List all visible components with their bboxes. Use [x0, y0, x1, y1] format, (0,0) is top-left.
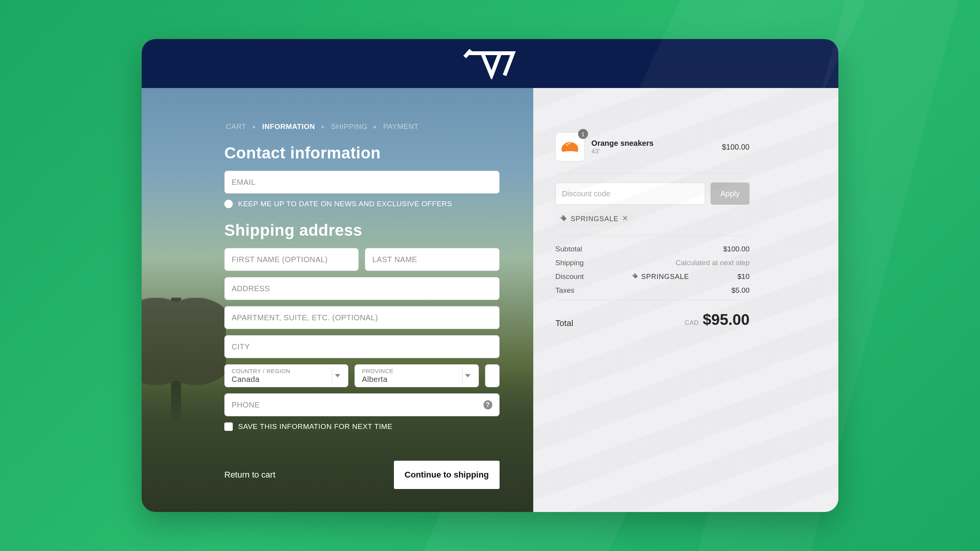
last-name-input[interactable] — [372, 255, 492, 264]
newsletter-checkbox-row[interactable]: KEEP ME UP TO DATE ON NEWS AND EXCLUSIVE… — [224, 200, 500, 208]
taxes-label: Taxes — [555, 286, 575, 295]
province-label: PROVINCE — [362, 368, 393, 374]
contact-section-title: Contact information — [224, 144, 500, 162]
shipping-row: Shipping Calculated at next step — [555, 259, 750, 267]
price-summary: Subtotal $100.00 Shipping Calculated at … — [555, 235, 750, 328]
country-select[interactable]: COUNTRY / REGION Canada — [224, 364, 348, 387]
applied-discount-code: SPRINGSALE — [571, 215, 619, 223]
chevron-down-icon — [332, 367, 343, 384]
shipping-value: Calculated at next step — [676, 259, 750, 267]
chevron-down-icon — [462, 367, 473, 384]
address-input[interactable] — [232, 284, 492, 293]
tag-icon — [632, 272, 638, 281]
order-summary-panel: 1 Orange sneakers 43' $100.00 Apply SPRI… — [533, 88, 838, 512]
checkout-content: CART INFORMATION SHIPPING PAYMENT Contac… — [142, 88, 838, 512]
total-value: $95.00 — [703, 311, 750, 328]
applied-discount-tag: SPRINGSALE — [555, 212, 632, 226]
form-panel: CART INFORMATION SHIPPING PAYMENT Contac… — [142, 88, 533, 512]
product-thumbnail: 1 — [555, 132, 585, 161]
city-field[interactable] — [224, 335, 500, 358]
tag-icon — [560, 215, 567, 223]
shipping-section-title: Shipping address — [224, 221, 500, 240]
last-name-field[interactable] — [365, 248, 499, 271]
subtotal-value: $100.00 — [723, 245, 750, 253]
svg-point-2 — [634, 274, 635, 276]
apartment-field[interactable] — [224, 306, 500, 329]
cart-item: 1 Orange sneakers 43' $100.00 — [555, 132, 750, 173]
brand-logo — [463, 46, 517, 81]
taxes-value: $5.00 — [731, 286, 750, 295]
taxes-row: Taxes $5.00 — [555, 286, 750, 295]
remove-discount-icon[interactable] — [622, 215, 628, 222]
province-value: Alberta — [362, 375, 393, 384]
city-input[interactable] — [232, 342, 492, 351]
continue-button[interactable]: Continue to shipping — [394, 461, 500, 489]
phone-input[interactable] — [232, 401, 483, 409]
quantity-badge: 1 — [578, 129, 588, 139]
svg-point-1 — [562, 217, 563, 218]
shipping-label: Shipping — [555, 259, 584, 267]
subtotal-row: Subtotal $100.00 — [555, 245, 750, 253]
return-to-cart-link[interactable]: Return to cart — [224, 470, 275, 480]
first-name-input[interactable] — [232, 255, 351, 264]
country-value: Canada — [232, 375, 290, 384]
email-field[interactable] — [224, 171, 500, 194]
newsletter-checkbox[interactable] — [224, 200, 233, 208]
save-info-checkbox-row[interactable]: SAVE THIS INFORMATION FOR NEXT TIME — [224, 422, 500, 431]
total-row: Total CAD $95.00 — [555, 300, 750, 328]
breadcrumb: CART INFORMATION SHIPPING PAYMENT — [224, 122, 500, 131]
breadcrumb-information: INFORMATION — [262, 122, 315, 130]
chevron-right-icon — [321, 125, 325, 129]
breadcrumb-payment: PAYMENT — [383, 122, 419, 130]
country-label: COUNTRY / REGION — [232, 368, 290, 374]
site-header — [142, 39, 838, 88]
save-info-label: SAVE THIS INFORMATION FOR NEXT TIME — [238, 422, 392, 431]
product-price: $100.00 — [722, 143, 750, 152]
phone-field[interactable]: ? — [224, 393, 500, 416]
chevron-right-icon — [373, 125, 377, 129]
apartment-input[interactable] — [232, 313, 492, 322]
address-field[interactable] — [224, 277, 500, 300]
product-variant: 43' — [591, 148, 715, 155]
discount-code-input[interactable] — [562, 189, 699, 198]
chevron-right-icon — [252, 125, 256, 129]
subtotal-label: Subtotal — [555, 245, 582, 253]
total-label: Total — [555, 318, 573, 328]
total-currency: CAD — [685, 320, 699, 326]
discount-value: $10 — [737, 272, 750, 281]
product-name: Orange sneakers — [591, 139, 715, 148]
discount-row: Discount SPRINGSALE $10 — [555, 272, 750, 281]
newsletter-label: KEEP ME UP TO DATE ON NEWS AND EXCLUSIVE… — [238, 200, 452, 208]
breadcrumb-shipping: SHIPPING — [331, 122, 368, 130]
discount-code-field[interactable] — [555, 183, 705, 205]
svg-point-0 — [562, 151, 578, 154]
help-icon[interactable]: ? — [483, 400, 492, 409]
province-select[interactable]: PROVINCE Alberta — [354, 364, 479, 387]
first-name-field[interactable] — [224, 248, 359, 271]
apply-discount-button[interactable]: Apply — [710, 183, 750, 205]
checkout-window: CART INFORMATION SHIPPING PAYMENT Contac… — [142, 39, 838, 512]
discount-code-applied: SPRINGSALE — [641, 273, 689, 281]
email-input[interactable] — [232, 178, 492, 187]
breadcrumb-cart[interactable]: CART — [226, 122, 246, 130]
save-info-checkbox[interactable] — [224, 422, 233, 431]
discount-label: Discount — [555, 272, 584, 281]
postal-code-field[interactable] — [485, 364, 500, 387]
